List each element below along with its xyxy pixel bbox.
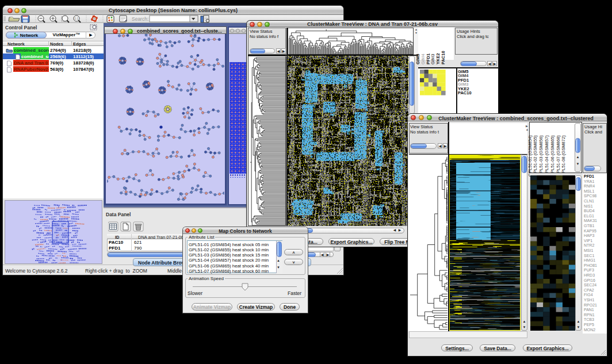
svg-text:Search:: Search: (132, 16, 148, 22)
svg-text:1:1: 1:1 (75, 17, 79, 20)
